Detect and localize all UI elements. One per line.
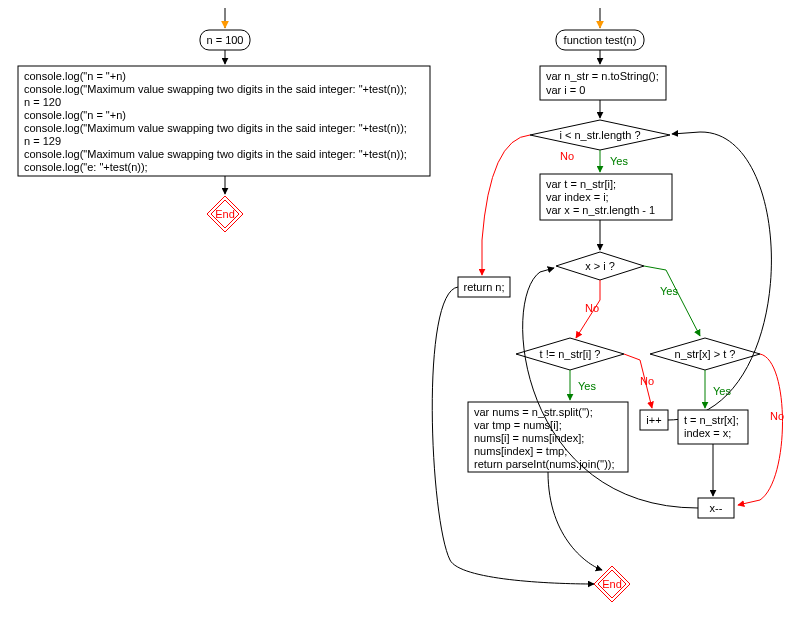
block1-1: var index = i; xyxy=(546,191,609,203)
fn-label: function test(n) xyxy=(564,34,637,46)
cond1-no: No xyxy=(560,150,574,162)
left-code-4: console.log("Maximum value swapping two … xyxy=(24,122,407,134)
cond4-yes: Yes xyxy=(713,385,731,397)
left-start-label: n = 100 xyxy=(206,34,243,46)
block2-3: nums[index] = tmp; xyxy=(474,445,567,457)
cond2-yes: Yes xyxy=(660,285,678,297)
init-1: var i = 0 xyxy=(546,84,585,96)
upd-0: t = n_str[x]; xyxy=(684,414,739,426)
return-n-label: return n; xyxy=(464,281,505,293)
cond3-label: t != n_str[i] ? xyxy=(540,348,601,360)
cond1-yes: Yes xyxy=(610,155,628,167)
block1-0: var t = n_str[i]; xyxy=(546,178,616,190)
block2-2: nums[i] = nums[index]; xyxy=(474,432,584,444)
left-code-5: n = 129 xyxy=(24,135,61,147)
cond4-no: No xyxy=(770,410,784,422)
left-code-6: console.log("Maximum value swapping two … xyxy=(24,148,407,160)
block2-4: return parseInt(nums.join('')); xyxy=(474,458,615,470)
dec-x-label: x-- xyxy=(710,502,723,514)
left-code-1: console.log("Maximum value swapping two … xyxy=(24,83,407,95)
left-code-3: console.log("n = "+n) xyxy=(24,109,126,121)
cond2-no: No xyxy=(585,302,599,314)
cond3-no: No xyxy=(640,375,654,387)
block1-2: var x = n_str.length - 1 xyxy=(546,204,655,216)
left-code-0: console.log("n = "+n) xyxy=(24,70,126,82)
init-0: var n_str = n.toString(); xyxy=(546,70,659,82)
left-end-label: End xyxy=(215,208,235,220)
cond4-label: n_str[x] > t ? xyxy=(675,348,736,360)
inc-i-label: i++ xyxy=(646,414,661,426)
left-code-7: console.log("e: "+test(n)); xyxy=(24,161,148,173)
cond3-yes: Yes xyxy=(578,380,596,392)
cond1-label: i < n_str.length ? xyxy=(559,129,640,141)
upd-1: index = x; xyxy=(684,427,731,439)
right-end-label: End xyxy=(602,578,622,590)
left-code-2: n = 120 xyxy=(24,96,61,108)
cond2-label: x > i ? xyxy=(585,260,615,272)
block2-0: var nums = n_str.split(''); xyxy=(474,406,593,418)
